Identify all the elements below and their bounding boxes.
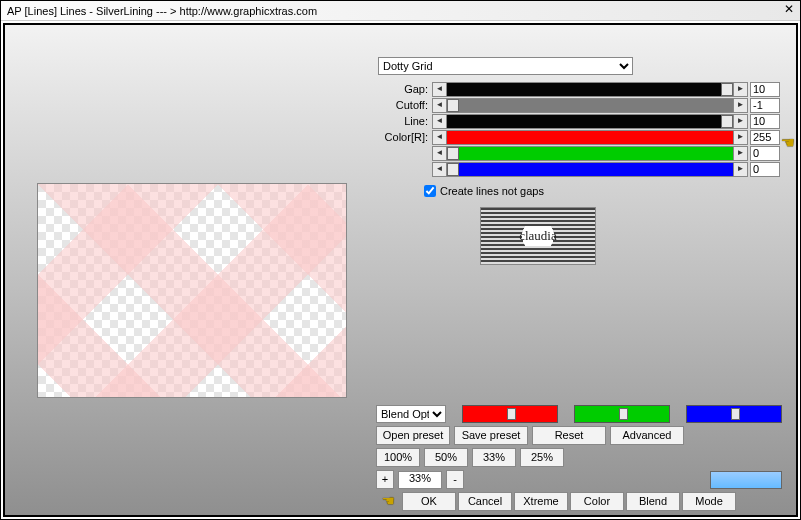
create-lines-checkbox[interactable] [424,185,436,197]
color-r-label: Color[R]: [370,131,432,143]
arrow-left-icon[interactable]: ◄ [432,130,447,145]
titlebar[interactable]: AP [Lines] Lines - SilverLining --- > ht… [1,1,800,21]
color-b-value[interactable]: 0 [750,162,780,177]
save-preset-button[interactable]: Save preset [454,426,528,445]
pointer-hand-icon: ☛ [781,133,795,152]
arrow-left-icon[interactable]: ◄ [432,162,447,177]
arrow-right-icon[interactable]: ► [733,114,748,129]
controls-pane: ☛ Dotty Grid Gap: ◄ ► [370,25,796,515]
reset-button[interactable]: Reset [532,426,606,445]
pointer-hand-icon: ☛ [376,493,400,511]
arrow-left-icon[interactable]: ◄ [432,98,447,113]
arrow-right-icon[interactable]: ► [733,130,748,145]
brand-logo-text: claudia [511,226,565,246]
ok-button[interactable]: OK [402,492,456,511]
arrow-right-icon[interactable]: ► [733,82,748,97]
color-swatch[interactable] [710,471,782,489]
xtreme-button[interactable]: Xtreme [514,492,568,511]
color-g-slider[interactable]: ◄ ► [432,146,748,161]
preview-pane [5,25,370,515]
blend-button[interactable]: Blend [626,492,680,511]
blend-options-dropdown[interactable]: Blend Options [376,405,446,423]
zoom-25-button[interactable]: 25% [520,448,564,467]
cutoff-slider[interactable]: ◄ ► [432,98,748,113]
cutoff-label: Cutoff: [370,99,432,111]
rgb-mini-red[interactable] [462,405,558,423]
zoom-33-button[interactable]: 33% [472,448,516,467]
zoom-in-button[interactable]: + [376,470,394,489]
line-value[interactable]: 10 [750,114,780,129]
zoom-value[interactable]: 33% [398,471,442,489]
gap-value[interactable]: 10 [750,82,780,97]
line-label: Line: [370,115,432,127]
zoom-out-button[interactable]: - [446,470,464,489]
zoom-50-button[interactable]: 50% [424,448,468,467]
bottom-panel: Blend Options Open preset Save preset Re… [370,405,782,511]
arrow-left-icon[interactable]: ◄ [432,114,447,129]
rgb-mini-blue[interactable] [686,405,782,423]
window-title: AP [Lines] Lines - SilverLining --- > ht… [7,5,780,17]
color-button[interactable]: Color [570,492,624,511]
arrow-right-icon[interactable]: ► [733,98,748,113]
content-frame: ☛ Dotty Grid Gap: ◄ ► [3,23,798,517]
arrow-right-icon[interactable]: ► [733,162,748,177]
close-button[interactable]: ✕ [780,3,798,18]
advanced-button[interactable]: Advanced [610,426,684,445]
arrow-right-icon[interactable]: ► [733,146,748,161]
gap-label: Gap: [370,83,432,95]
slider-block: Gap: ◄ ► 10 Cutoff: ◄ [370,81,780,177]
preview-overlay [38,184,346,397]
mode-button[interactable]: Mode [682,492,736,511]
open-preset-button[interactable]: Open preset [376,426,450,445]
color-r-value[interactable]: 255 [750,130,780,145]
color-r-slider[interactable]: ◄ ► [432,130,748,145]
pattern-dropdown[interactable]: Dotty Grid [378,57,633,75]
zoom-100-button[interactable]: 100% [376,448,420,467]
gap-slider[interactable]: ◄ ► [432,82,748,97]
color-g-value[interactable]: 0 [750,146,780,161]
create-lines-label: Create lines not gaps [440,185,544,197]
cancel-button[interactable]: Cancel [458,492,512,511]
line-slider[interactable]: ◄ ► [432,114,748,129]
cutoff-value[interactable]: -1 [750,98,780,113]
color-b-slider[interactable]: ◄ ► [432,162,748,177]
app-window: AP [Lines] Lines - SilverLining --- > ht… [0,0,801,520]
brand-logo: claudia [480,207,596,265]
arrow-left-icon[interactable]: ◄ [432,82,447,97]
preview-canvas [37,183,347,398]
arrow-left-icon[interactable]: ◄ [432,146,447,161]
rgb-mini-green[interactable] [574,405,670,423]
